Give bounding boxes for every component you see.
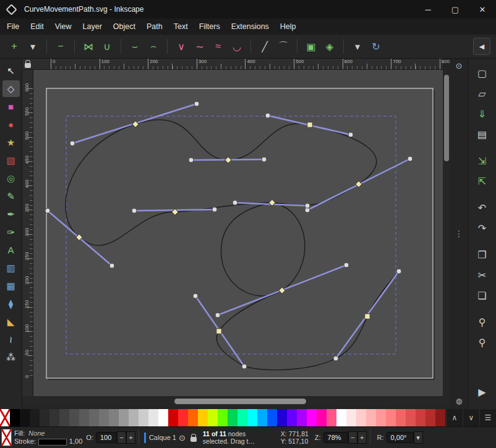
import-image-button[interactable]: ⇲ xyxy=(473,153,492,169)
segment-line-button[interactable]: ╱ xyxy=(255,38,274,55)
save-document-button[interactable]: ⇓ xyxy=(473,106,492,122)
palette-swatch-ffb3b3[interactable] xyxy=(366,409,376,426)
box3d-tool-icon[interactable]: ▧ xyxy=(2,152,20,169)
palette-swatch-00ffaa[interactable] xyxy=(237,409,247,426)
palette-swatch-4d4d4d[interactable] xyxy=(69,409,79,426)
palette-swatch-d40000[interactable] xyxy=(168,409,178,426)
drawing-svg[interactable] xyxy=(33,70,443,396)
ellipse-tool-icon[interactable]: ● xyxy=(2,116,20,133)
object-to-path-button[interactable]: ▣ xyxy=(302,38,320,55)
node-symmetric-button[interactable]: ≈ xyxy=(209,38,228,55)
menu-edit[interactable]: Edit xyxy=(25,20,49,33)
palette-swatch-f06666[interactable] xyxy=(396,409,406,426)
duplicate-button[interactable]: ❐ xyxy=(473,247,492,263)
opacity-decrease-button[interactable]: − xyxy=(117,431,126,444)
palette-swatch-333333[interactable] xyxy=(49,409,59,426)
horizontal-ruler[interactable]: 0100200300400500600700800 xyxy=(33,59,443,70)
path-node-square[interactable] xyxy=(365,314,370,319)
palette-swatch-aa00ff[interactable] xyxy=(297,409,307,426)
palette-swatch-1c1c1c[interactable] xyxy=(30,409,40,426)
horizontal-scrollbar[interactable] xyxy=(22,396,450,407)
zoom-increase-button[interactable]: + xyxy=(357,431,367,444)
horizontal-scrollbar-thumb[interactable] xyxy=(174,399,306,404)
handle-end-point[interactable] xyxy=(242,364,247,369)
node-cusp-button[interactable]: ∨ xyxy=(172,38,190,55)
menu-layer[interactable]: Layer xyxy=(77,20,108,33)
zoom-decrease-button[interactable]: − xyxy=(348,431,357,444)
rotate-canvas-button[interactable]: ↻ xyxy=(367,38,385,55)
palette-swatch-b32d2d[interactable] xyxy=(425,409,435,426)
tweak-tool-icon[interactable]: ≀ xyxy=(2,331,20,348)
palette-swatch-808080[interactable] xyxy=(109,409,119,426)
menu-filters[interactable]: Filters xyxy=(194,20,226,33)
show-handles-dropdown-button[interactable]: ▾ xyxy=(348,38,367,55)
zoom-page-button[interactable]: ⚲ xyxy=(473,334,492,350)
layer-visibility-icon[interactable]: ⊙ xyxy=(179,433,186,442)
paste-button[interactable]: ❏ xyxy=(473,287,492,303)
palette-swatch-ff00ff[interactable] xyxy=(307,409,317,426)
menu-path[interactable]: Path xyxy=(141,20,168,33)
palette-swatch-none[interactable] xyxy=(0,409,10,426)
handle-end-point[interactable] xyxy=(70,141,75,146)
color-managed-view-icon[interactable]: ◍ xyxy=(456,397,462,405)
palette-swatch-b3b3b3[interactable] xyxy=(129,409,139,426)
menu-file[interactable]: File xyxy=(1,20,25,33)
insert-node-button[interactable]: + xyxy=(5,38,24,55)
palette-swatch-ff9999[interactable] xyxy=(376,409,386,426)
vertical-ruler[interactable]: 600550500450400350300250200150100500 xyxy=(22,70,33,396)
handle-end-point[interactable] xyxy=(109,263,114,268)
join-node-button[interactable]: ∪ xyxy=(98,38,116,55)
palette-swatch-ffffff[interactable] xyxy=(336,409,346,426)
handle-end-point[interactable] xyxy=(132,208,137,213)
palette-swatch-2200d4[interactable] xyxy=(277,409,287,426)
palette-swatch-cc3e3e[interactable] xyxy=(416,409,425,426)
palette-swatch-e6e6e6[interactable] xyxy=(148,409,158,426)
palette-swatch-00aaff[interactable] xyxy=(257,409,267,426)
text-tool-icon[interactable]: A xyxy=(2,242,20,258)
palette-swatch-ff5588[interactable] xyxy=(327,409,336,426)
palette-swatch-ffcccc[interactable] xyxy=(356,409,366,426)
zoom-field[interactable]: 78% xyxy=(323,432,348,443)
calligraphy-tool-icon[interactable]: ✑ xyxy=(2,224,20,240)
bucket-tool-icon[interactable]: ◣ xyxy=(2,313,20,330)
star-tool-icon[interactable]: ★ xyxy=(2,134,20,151)
handle-end-point[interactable] xyxy=(194,101,199,106)
palette-swatch-66ff00[interactable] xyxy=(218,409,228,426)
lock-guides-icon[interactable] xyxy=(25,63,31,68)
handle-end-point[interactable] xyxy=(396,269,401,274)
handle-end-point[interactable] xyxy=(212,207,217,212)
delete-node-button[interactable]: − xyxy=(51,38,70,55)
expand-panel-button[interactable]: ▶ xyxy=(473,384,492,400)
palette-scroll-up-button[interactable]: ∧ xyxy=(446,409,463,426)
gradient-tool-icon[interactable]: ▥ xyxy=(2,260,20,276)
palette-swatch-000000[interactable] xyxy=(10,409,20,426)
handle-end-point[interactable] xyxy=(215,313,220,318)
insert-node-dropdown-button[interactable]: ▾ xyxy=(24,38,42,55)
new-document-button[interactable]: ▢ xyxy=(473,65,492,81)
palette-swatch-ff8080[interactable] xyxy=(386,409,396,426)
palette-swatch-999999[interactable] xyxy=(119,409,129,426)
handle-end-point[interactable] xyxy=(45,208,50,213)
opacity-increase-button[interactable]: + xyxy=(126,431,135,444)
menu-help[interactable]: Help xyxy=(275,20,302,33)
break-node-button[interactable]: ⋈ xyxy=(79,38,98,55)
spiral-tool-icon[interactable]: ◎ xyxy=(2,170,20,187)
spray-tool-icon[interactable]: ⁂ xyxy=(2,349,20,366)
dropper-tool-icon[interactable]: ⧫ xyxy=(2,295,20,312)
rotation-field[interactable]: 0,00° xyxy=(387,432,414,443)
path-node-square[interactable] xyxy=(307,122,312,127)
selector-tool-icon[interactable]: ↖ xyxy=(2,62,20,79)
handle-end-point[interactable] xyxy=(333,356,338,361)
current-layer-name[interactable]: Calque 1 xyxy=(149,434,176,441)
node-smooth-button[interactable]: ∼ xyxy=(190,38,209,55)
export-image-button[interactable]: ⇱ xyxy=(473,173,492,189)
palette-swatch-404040[interactable] xyxy=(59,409,69,426)
handle-end-point[interactable] xyxy=(262,157,267,162)
layer-lock-icon[interactable] xyxy=(190,437,197,442)
palette-scroll-down-button[interactable]: ∨ xyxy=(463,409,479,426)
palette-swatch-ffffff[interactable] xyxy=(158,409,168,426)
vertical-scrollbar[interactable] xyxy=(443,70,450,396)
segment-curve-button[interactable]: ⌒ xyxy=(274,38,293,55)
handle-end-point[interactable] xyxy=(265,113,270,118)
handle-end-point[interactable] xyxy=(189,158,194,163)
